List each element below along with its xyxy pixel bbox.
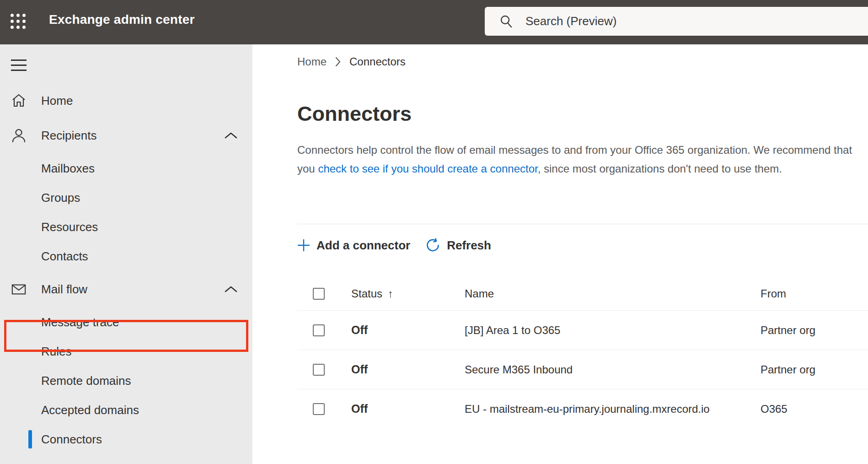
command-toolbar: Add a connector Refresh (297, 238, 868, 253)
table-row[interactable]: Off EU - mailstream-eu-primary.journalin… (297, 389, 868, 428)
person-icon (11, 128, 27, 143)
create-connector-check-link[interactable]: check to see if you should create a conn… (318, 162, 541, 175)
app-launcher-waffle-icon[interactable] (11, 14, 27, 29)
select-all-checkbox[interactable] (313, 288, 325, 300)
chevron-up-icon[interactable] (224, 285, 238, 293)
sidebar-item-accepted-domains[interactable]: Accepted domains (0, 395, 252, 425)
sidebar-item-home[interactable]: Home (0, 84, 252, 117)
table-header-row: Status ↑ Name From (297, 277, 868, 310)
main-content: Home Connectors Connectors Connectors he… (252, 44, 868, 464)
breadcrumb: Home Connectors (297, 44, 868, 68)
nav-list: Home Recipients Mailboxes (0, 84, 252, 454)
table-row[interactable]: Off Secure M365 Inbound Partner org (297, 350, 868, 389)
refresh-icon (426, 238, 440, 253)
sidebar-item-groups[interactable]: Groups (0, 183, 252, 212)
page-title: Connectors (297, 102, 868, 126)
app-title: Exchange admin center (49, 12, 195, 27)
left-navigation-sidebar: Home Recipients Mailboxes (0, 44, 252, 464)
connectors-table: Status ↑ Name From Off [JB] Area 1 to O3… (297, 277, 868, 428)
sidebar-item-mailboxes[interactable]: Mailboxes (0, 154, 252, 183)
top-app-bar: Exchange admin center (0, 0, 868, 44)
home-icon (11, 93, 27, 108)
breadcrumb-current: Connectors (349, 55, 406, 68)
table-row[interactable]: Off [JB] Area 1 to O365 Partner org (297, 310, 868, 350)
sidebar-item-rules[interactable]: Rules (0, 337, 252, 366)
add-connector-button[interactable]: Add a connector (297, 238, 410, 253)
row-checkbox[interactable] (313, 364, 325, 376)
hamburger-menu-icon[interactable] (11, 59, 27, 71)
global-search-box[interactable] (485, 7, 868, 36)
row-checkbox[interactable] (313, 324, 325, 336)
sidebar-item-mail-flow[interactable]: Mail flow (0, 271, 252, 308)
refresh-button[interactable]: Refresh (426, 238, 491, 253)
mail-envelope-icon (11, 281, 27, 297)
sidebar-item-resources[interactable]: Resources (0, 212, 252, 242)
sidebar-item-contacts[interactable]: Contacts (0, 242, 252, 271)
search-icon (499, 14, 514, 29)
column-header-from[interactable]: From (761, 287, 868, 300)
search-input[interactable] (525, 14, 868, 28)
page-description: Connectors help control the flow of emai… (297, 140, 859, 178)
sort-ascending-arrow-icon[interactable]: ↑ (388, 287, 393, 300)
sidebar-item-message-trace[interactable]: Message trace (0, 308, 252, 337)
toolbar-divider (297, 224, 868, 224)
sidebar-item-recipients[interactable]: Recipients (0, 117, 252, 154)
chevron-right-icon (335, 56, 341, 67)
column-header-status[interactable]: Status (351, 287, 382, 300)
exchange-admin-center-window: Exchange admin center (0, 0, 868, 464)
breadcrumb-home-link[interactable]: Home (297, 55, 327, 68)
selected-item-indicator (28, 430, 32, 448)
column-header-name[interactable]: Name (465, 287, 761, 300)
sidebar-item-connectors[interactable]: Connectors (0, 425, 252, 454)
sidebar-item-remote-domains[interactable]: Remote domains (0, 366, 252, 395)
chevron-up-icon[interactable] (224, 131, 238, 140)
plus-icon (297, 239, 310, 252)
row-checkbox[interactable] (313, 403, 325, 415)
